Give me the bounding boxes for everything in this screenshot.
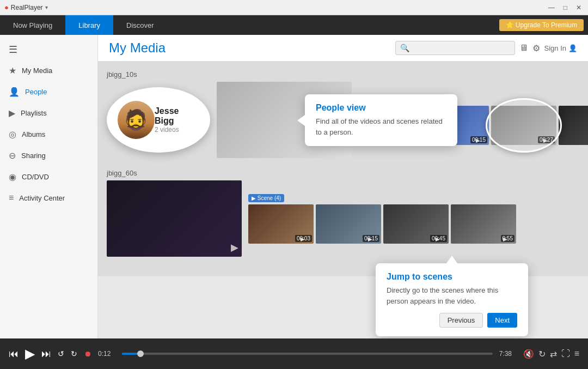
volume-icon[interactable]: 🔇 bbox=[523, 349, 534, 359]
skip-back-button[interactable]: ⏮ bbox=[9, 348, 19, 360]
sign-in-label: Sign In bbox=[544, 44, 566, 52]
next-button[interactable]: Next bbox=[487, 313, 517, 328]
sidebar-item-sharing[interactable]: ⊖ Sharing bbox=[0, 145, 97, 166]
play-button[interactable]: ▶ bbox=[25, 346, 35, 361]
scene-thumb-3-highlighted[interactable]: 00:27 ▶ bbox=[491, 106, 556, 145]
upgrade-button[interactable]: ⭐ Upgrade To Premium bbox=[499, 19, 584, 31]
maximize-button[interactable]: □ bbox=[561, 4, 569, 11]
cd-dvd-icon: ◉ bbox=[9, 172, 16, 182]
section-jbigg-60s: jbigg_60s ▶ ▶ Scene (4) 00:03 bbox=[107, 169, 579, 257]
sidebar-label-albums: Albums bbox=[22, 130, 45, 138]
tooltip-arrow-left bbox=[297, 115, 305, 126]
sidebar-label-activity-center: Activity Center bbox=[19, 194, 65, 202]
tooltip-jump-title: Jump to scenes bbox=[387, 272, 517, 282]
scene-thumb-60s-3[interactable]: 00:45 ▶ bbox=[383, 204, 449, 244]
sidebar-item-playlists[interactable]: ▶ Playlists bbox=[0, 102, 97, 124]
sidebar-item-cd-dvd[interactable]: ◉ CD/DVD bbox=[0, 166, 97, 187]
previous-button[interactable]: Previous bbox=[439, 313, 483, 328]
tab-library[interactable]: Library bbox=[65, 15, 113, 35]
tab-now-playing[interactable]: Now Playing bbox=[0, 15, 65, 35]
sidebar: ☰ ★ My Media 👤 People ▶ Playlists ◎ Albu… bbox=[0, 35, 98, 338]
sidebar-label-playlists: Playlists bbox=[21, 109, 47, 117]
scene-badge-60s: ▶ Scene (4) bbox=[248, 194, 284, 202]
close-button[interactable]: ✕ bbox=[574, 4, 584, 11]
sidebar-label-sharing: Sharing bbox=[21, 152, 46, 160]
total-time: 7:38 bbox=[499, 350, 517, 358]
play-60s-1: ▶ bbox=[301, 236, 305, 242]
forward-button[interactable]: ↻ bbox=[71, 349, 77, 358]
person-count: 2 videos bbox=[155, 126, 199, 134]
minimize-button[interactable]: — bbox=[546, 4, 557, 11]
user-icon: 👤 bbox=[568, 44, 577, 52]
play-60s-2: ▶ bbox=[368, 236, 372, 242]
sidebar-item-people[interactable]: 👤 People bbox=[0, 81, 97, 102]
tab-discover[interactable]: Discover bbox=[113, 15, 167, 35]
window-controls[interactable]: — □ ✕ bbox=[546, 4, 584, 11]
play-icon-2: ▶ bbox=[476, 137, 480, 143]
title-bar: ● RealPlayer ▾ — □ ✕ bbox=[0, 0, 588, 15]
tooltip-buttons: Previous Next bbox=[387, 313, 517, 328]
settings-button[interactable]: ⚙ bbox=[532, 43, 540, 53]
player-right-controls: 🔇 ↻ ⇄ ⛶ ≡ bbox=[523, 349, 579, 359]
tooltip-jump-to-scenes: Jump to scenes Directly go to the scenes… bbox=[376, 263, 528, 336]
person-info: Jesse Bigg 2 videos bbox=[155, 106, 199, 134]
highlighted-scene-container: 00:27 ▶ bbox=[491, 106, 556, 145]
shuffle-icon[interactable]: ⇄ bbox=[550, 349, 557, 359]
scene-thumb-60s-4[interactable]: 0:55 ▶ bbox=[451, 204, 516, 244]
hamburger-menu[interactable]: ☰ bbox=[0, 39, 17, 60]
repeat-icon[interactable]: ↻ bbox=[538, 349, 546, 359]
activity-icon: ≡ bbox=[9, 193, 14, 203]
scene-thumb-4[interactable]: 01:02 ▶ bbox=[559, 106, 588, 145]
sharing-icon: ⊖ bbox=[9, 150, 16, 161]
progress-bar[interactable] bbox=[122, 353, 493, 355]
search-icon: 🔍 bbox=[400, 44, 409, 52]
section-label-10s: jbigg_10s bbox=[107, 70, 579, 78]
player-bar: ⏮ ▶ ⏭ ↺ ↻ ⏺ 0:12 7:38 🔇 ↻ ⇄ ⛶ ≡ bbox=[0, 338, 588, 369]
dropdown-arrow[interactable]: ▾ bbox=[45, 4, 48, 10]
fullscreen-icon[interactable]: ⛶ bbox=[561, 349, 570, 359]
sidebar-item-activity-center[interactable]: ≡ Activity Center bbox=[0, 187, 97, 208]
main-video-thumb-60s[interactable]: ▶ bbox=[107, 180, 242, 257]
rewind-button[interactable]: ↺ bbox=[58, 349, 64, 358]
face-img: 🧔 bbox=[118, 101, 155, 139]
play-icon-3: ▶ bbox=[543, 137, 548, 143]
scene-strip-60s: ▶ Scene (4) 00:03 ▶ 00:15 ▶ bbox=[248, 194, 516, 244]
avatar-jesse: 🧔 bbox=[118, 101, 155, 139]
progress-knob[interactable] bbox=[137, 350, 144, 357]
nav-bar: Now Playing Library Discover ⭐ Upgrade T… bbox=[0, 15, 588, 35]
play-60s-3: ▶ bbox=[436, 236, 440, 242]
albums-icon: ◎ bbox=[9, 129, 16, 140]
app-logo: ● RealPlayer ▾ bbox=[4, 3, 48, 11]
playlist-icon[interactable]: ≡ bbox=[574, 349, 579, 359]
tooltip-people-view-desc: Find all of the videos and scenes relate… bbox=[316, 116, 446, 137]
header-actions: 🔍 🖥 ⚙ Sign In 👤 bbox=[395, 41, 577, 55]
screen-button[interactable]: 🖥 bbox=[519, 43, 528, 53]
sign-in-button[interactable]: Sign In 👤 bbox=[544, 44, 577, 52]
tooltip-people-view: People view Find all of the videos and s… bbox=[305, 94, 457, 146]
scene-thumb-60s-1[interactable]: 00:03 ▶ bbox=[248, 204, 314, 244]
play-60s-4: ▶ bbox=[503, 236, 507, 242]
content-area: My Media 🔍 🖥 ⚙ Sign In 👤 jbigg_10s bbox=[98, 35, 588, 338]
scene-thumb-60s-2[interactable]: 00:15 ▶ bbox=[316, 204, 381, 244]
person-oval-jesse: 🧔 Jesse Bigg 2 videos bbox=[107, 87, 210, 153]
playlist-icon: ▶ bbox=[9, 108, 15, 118]
tooltip-jump-desc: Directly go to the scenes where this per… bbox=[387, 285, 517, 306]
skip-forward-button[interactable]: ⏭ bbox=[41, 348, 51, 360]
scene-thumbs-60s: 00:03 ▶ 00:15 ▶ 00:45 ▶ bbox=[248, 204, 516, 244]
page-title: My Media bbox=[109, 40, 166, 56]
record-button[interactable]: ⏺ bbox=[84, 349, 91, 358]
search-box[interactable]: 🔍 bbox=[395, 41, 515, 55]
star-icon: ★ bbox=[9, 65, 16, 76]
main-layout: ☰ ★ My Media 👤 People ▶ Playlists ◎ Albu… bbox=[0, 35, 588, 338]
sidebar-item-my-media[interactable]: ★ My Media bbox=[0, 60, 97, 81]
app-name: RealPlayer bbox=[11, 4, 43, 11]
sidebar-label-people: People bbox=[25, 88, 47, 96]
content-header: My Media 🔍 🖥 ⚙ Sign In 👤 bbox=[98, 35, 588, 62]
tooltip-people-view-title: People view bbox=[316, 103, 446, 113]
person-name: Jesse Bigg bbox=[155, 106, 199, 126]
sidebar-item-albums[interactable]: ◎ Albums bbox=[0, 124, 97, 145]
sidebar-label-cd-dvd: CD/DVD bbox=[22, 173, 49, 181]
people-icon: 👤 bbox=[9, 87, 20, 97]
section-label-60s: jbigg_60s bbox=[107, 169, 579, 177]
sidebar-label-my-media: My Media bbox=[22, 66, 52, 75]
